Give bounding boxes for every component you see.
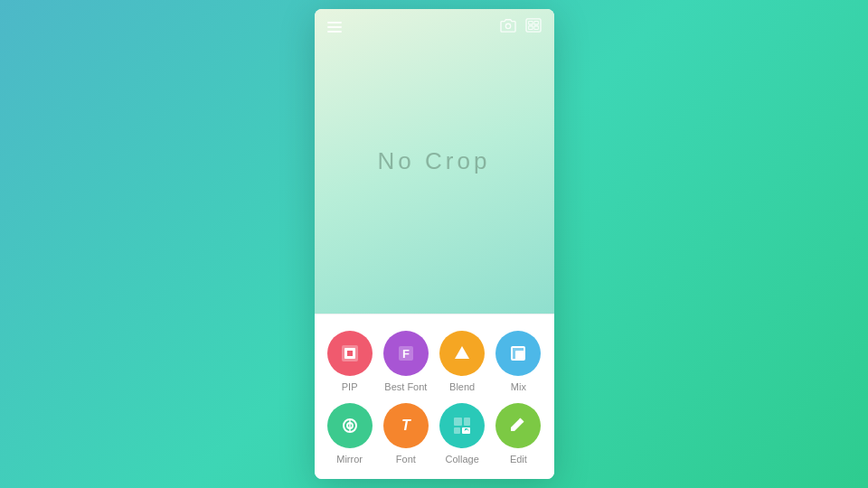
tool-collage[interactable]: Collage [436, 403, 488, 465]
camera-icon[interactable] [500, 18, 516, 36]
mirror-icon [327, 403, 373, 448]
svg-rect-1 [526, 19, 541, 32]
blend-label: Blend [449, 381, 475, 392]
svg-rect-18 [454, 418, 462, 426]
mirror-label: Mirror [336, 454, 363, 465]
svg-rect-5 [533, 26, 537, 30]
tool-mirror[interactable]: Mirror [324, 403, 376, 465]
tools-grid: PIP F Best Font Blend [324, 331, 545, 465]
svg-point-0 [505, 23, 510, 28]
font-icon: T [383, 403, 429, 448]
pip-icon [327, 331, 373, 376]
pip-label: PIP [342, 381, 358, 392]
svg-rect-8 [347, 351, 353, 356]
svg-rect-20 [454, 427, 460, 434]
mix-icon [495, 331, 541, 376]
bottom-panel: PIP F Best Font Blend [315, 314, 554, 479]
tool-blend[interactable]: Blend [436, 331, 488, 392]
mix-label: Mix [511, 381, 526, 392]
tool-pip[interactable]: PIP [324, 331, 376, 392]
edit-label: Edit [510, 454, 527, 465]
svg-marker-11 [455, 346, 469, 359]
tool-edit[interactable]: Edit [492, 403, 544, 465]
menu-icon[interactable] [327, 22, 342, 33]
bestfont-label: Best Font [384, 381, 427, 392]
tool-bestfont[interactable]: F Best Font [380, 331, 432, 392]
svg-rect-4 [528, 26, 532, 30]
svg-text:T: T [401, 418, 411, 433]
svg-rect-13 [515, 351, 524, 360]
svg-text:F: F [402, 347, 410, 361]
bestfont-icon: F [383, 331, 429, 376]
collage-icon [439, 403, 485, 448]
font-label: Font [396, 454, 416, 465]
svg-point-22 [465, 428, 467, 430]
blend-icon [439, 331, 485, 376]
tool-font[interactable]: T Font [380, 403, 432, 465]
phone-container: No Crop PIP F [315, 9, 554, 479]
edit-icon [495, 403, 541, 448]
top-bar [315, 9, 554, 45]
svg-rect-2 [528, 22, 532, 25]
canvas-title: No Crop [378, 147, 491, 175]
tool-mix[interactable]: Mix [492, 331, 544, 392]
svg-rect-19 [464, 418, 470, 426]
canvas-area: No Crop [315, 9, 554, 314]
svg-rect-3 [533, 22, 537, 25]
gallery-icon[interactable] [525, 18, 542, 36]
collage-label: Collage [445, 454, 478, 465]
